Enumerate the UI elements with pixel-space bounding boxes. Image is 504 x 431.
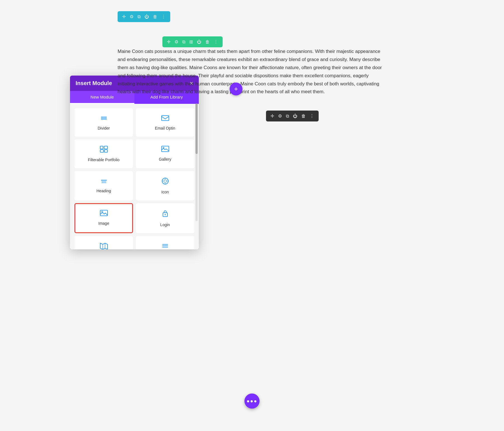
power-icon-2[interactable]: ⏻: [197, 39, 201, 44]
module-filterable-portfolio-label: Filterable Portfolio: [88, 158, 120, 162]
power-icon-1[interactable]: ⏻: [144, 14, 149, 19]
dots-icon-2[interactable]: ⋮: [214, 39, 218, 44]
module-icon[interactable]: Icon: [136, 171, 194, 200]
toolbar-3: ✛ ⚙ ⧉ ⏻ 🗑 ⋮: [266, 111, 319, 121]
svg-rect-5: [104, 146, 108, 149]
copy-icon-1[interactable]: ⧉: [137, 14, 141, 19]
email-icon: [161, 114, 169, 123]
dots-icon-3[interactable]: ⋮: [310, 113, 314, 119]
gear-icon-3[interactable]: ⚙: [278, 113, 282, 119]
modal-scrollbar-thumb: [195, 104, 198, 154]
gear-icon-1[interactable]: ⚙: [130, 14, 134, 19]
modal-scrollbar[interactable]: [195, 104, 198, 221]
icon-module-icon: [161, 177, 169, 187]
login-icon: [162, 209, 169, 220]
page-wrapper: ✛ ⚙ ⧉ ⏻ 🗑 ⋮ ✛ ⚙ ⧉ ⊞ ⏻ 🗑 ⋮ ✛ ⚙ ⧉ ⏻ 🗑 ⋮: [0, 0, 504, 431]
trash-icon-3[interactable]: 🗑: [301, 114, 306, 119]
heading-icon: [100, 177, 108, 186]
module-login[interactable]: Login: [136, 203, 194, 233]
svg-point-22: [165, 214, 166, 215]
module-filterable-portfolio[interactable]: Filterable Portfolio: [74, 139, 133, 168]
toolbar-1-container: ✛ ⚙ ⧉ ⏻ 🗑 ⋮: [118, 11, 170, 33]
gallery-icon: [161, 146, 169, 154]
module-gallery[interactable]: Gallery: [136, 139, 194, 168]
divider-icon: [100, 114, 108, 123]
module-map[interactable]: Map: [74, 236, 133, 249]
module-login-label: Login: [160, 222, 170, 227]
dots-icon-1[interactable]: ⋮: [161, 14, 166, 19]
modal-title: Insert Module: [76, 80, 112, 86]
copy-icon-2[interactable]: ⧉: [182, 39, 185, 44]
module-image[interactable]: Image: [74, 203, 133, 233]
portfolio-icon: [100, 146, 108, 155]
module-email-optin[interactable]: Email Optin: [136, 108, 194, 137]
menu-icon: [161, 242, 169, 249]
power-icon-3[interactable]: ⏻: [293, 114, 297, 119]
add-module-button[interactable]: +: [230, 83, 242, 95]
grid-icon-2[interactable]: ⊞: [189, 39, 193, 44]
trash-icon-2[interactable]: 🗑: [205, 39, 210, 44]
article-text: Maine Coon cats possess a unique charm t…: [118, 48, 386, 96]
svg-point-20: [101, 211, 103, 213]
text-block: Maine Coon cats possess a unique charm t…: [118, 48, 386, 104]
toolbar-1: ✛ ⚙ ⧉ ⏻ 🗑 ⋮: [118, 11, 170, 22]
module-gallery-label: Gallery: [159, 157, 171, 161]
svg-rect-6: [100, 150, 104, 152]
module-grid: Divider Email Optin: [74, 108, 194, 249]
svg-point-14: [164, 180, 167, 182]
trash-icon-1[interactable]: 🗑: [153, 14, 157, 19]
move-icon-1[interactable]: ✛: [122, 14, 126, 19]
svg-rect-4: [100, 146, 103, 149]
module-heading-label: Heading: [96, 189, 111, 193]
toolbar-2: ✛ ⚙ ⧉ ⊞ ⏻ 🗑 ⋮: [162, 36, 223, 47]
image-icon: [100, 210, 108, 218]
floating-more-button[interactable]: [244, 393, 260, 409]
module-email-optin-label: Email Optin: [155, 126, 175, 130]
svg-rect-7: [104, 150, 108, 152]
copy-icon-3[interactable]: ⧉: [286, 114, 289, 119]
move-icon-3[interactable]: ✛: [270, 113, 274, 119]
map-icon: [100, 242, 108, 249]
move-icon-2[interactable]: ✛: [167, 39, 171, 44]
gear-icon-2[interactable]: ⚙: [174, 39, 178, 44]
module-menu[interactable]: Menu: [136, 236, 194, 249]
module-icon-label: Icon: [161, 190, 169, 194]
module-grid-container: Divider Email Optin: [70, 104, 199, 249]
module-divider-label: Divider: [98, 126, 110, 130]
module-divider[interactable]: Divider: [74, 108, 133, 137]
module-image-label: Image: [98, 221, 109, 226]
module-heading[interactable]: Heading: [74, 171, 133, 200]
svg-point-9: [163, 147, 164, 148]
